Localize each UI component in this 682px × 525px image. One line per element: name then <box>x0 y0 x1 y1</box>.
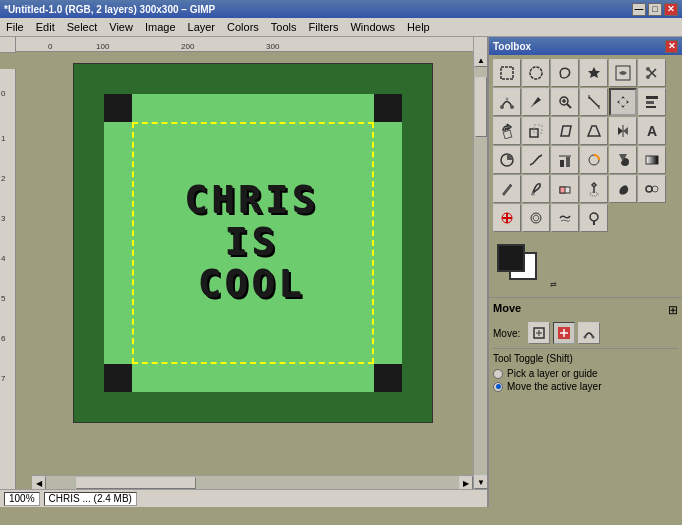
ink-btn[interactable] <box>609 175 637 203</box>
canvas-text-line2: IS COOL <box>163 222 342 306</box>
menu-windows[interactable]: Windows <box>344 19 401 35</box>
svg-point-34 <box>652 186 658 192</box>
text-tool-btn[interactable]: A <box>638 117 666 145</box>
measure-tool-btn[interactable] <box>580 88 608 116</box>
window-title: *Untitled-1.0 (RGB, 2 layers) 300x300 – … <box>4 4 215 15</box>
menu-filters[interactable]: Filters <box>303 19 345 35</box>
menu-view[interactable]: View <box>103 19 139 35</box>
hscroll[interactable]: ◀ ▶ <box>32 475 473 489</box>
radio-move-active[interactable] <box>493 382 503 392</box>
fuzzy-select-tool[interactable] <box>580 59 608 87</box>
menu-tools[interactable]: Tools <box>265 19 303 35</box>
radio-pick-layer[interactable] <box>493 369 503 379</box>
hue-saturation-btn[interactable] <box>580 146 608 174</box>
color-balance-btn[interactable] <box>493 146 521 174</box>
menu-help[interactable]: Help <box>401 19 436 35</box>
shear-tool-btn[interactable] <box>551 117 579 145</box>
scissors-select-tool[interactable] <box>638 59 666 87</box>
dodge-burn-btn[interactable] <box>580 204 608 232</box>
window-controls: — □ ✕ <box>632 3 678 16</box>
smudge-btn[interactable] <box>551 204 579 232</box>
convolve-btn[interactable] <box>522 204 550 232</box>
fg-color-swatch[interactable] <box>497 244 525 272</box>
toolbox-close-button[interactable]: ✕ <box>665 40 678 53</box>
main-area: 0 100 200 300 0 1 2 3 4 5 6 7 <box>0 37 682 507</box>
svg-point-33 <box>646 186 652 192</box>
vscroll-thumb[interactable] <box>475 77 487 137</box>
swap-colors-btn[interactable]: ⇄ <box>550 280 557 289</box>
align-tool-btn[interactable] <box>638 88 666 116</box>
tool-options-expand[interactable]: ⊞ <box>668 303 678 317</box>
corner-square-tr <box>374 94 402 122</box>
airbrush-btn[interactable] <box>580 175 608 203</box>
menu-select[interactable]: Select <box>61 19 104 35</box>
perspective-tool-btn[interactable] <box>580 117 608 145</box>
ruler-left: 0 1 2 3 4 5 6 7 <box>0 69 16 489</box>
minimize-button[interactable]: — <box>632 3 646 16</box>
paths-tool-btn[interactable] <box>493 88 521 116</box>
svg-rect-18 <box>503 130 512 139</box>
select-by-color-tool[interactable] <box>609 59 637 87</box>
hscroll-left-btn[interactable]: ◀ <box>32 476 46 489</box>
lasso-tool[interactable] <box>551 59 579 87</box>
rotate-tool-btn[interactable] <box>493 117 521 145</box>
paintbrush-btn[interactable] <box>522 175 550 203</box>
clone-btn[interactable] <box>638 175 666 203</box>
divider-1 <box>493 348 678 349</box>
zoom-tool-btn[interactable] <box>551 88 579 116</box>
eraser-btn[interactable] <box>551 175 579 203</box>
svg-rect-27 <box>646 156 658 164</box>
menu-colors[interactable]: Colors <box>221 19 265 35</box>
canvas-text-line1: CHRIS <box>163 180 342 222</box>
rect-select-tool[interactable] <box>493 59 521 87</box>
move-layer-icon-btn[interactable] <box>528 322 550 344</box>
ruler-top: 0 100 200 300 <box>16 37 473 52</box>
corner-square-bl <box>104 364 132 392</box>
svg-point-6 <box>510 105 514 109</box>
flip-tool-btn[interactable] <box>609 117 637 145</box>
levels-tool-btn[interactable] <box>551 146 579 174</box>
move-tool-btn[interactable] <box>609 88 637 116</box>
svg-line-9 <box>567 104 571 108</box>
svg-point-4 <box>646 75 650 79</box>
close-button[interactable]: ✕ <box>664 3 678 16</box>
vscroll-track[interactable] <box>474 67 487 475</box>
svg-rect-17 <box>646 106 656 108</box>
vscroll-up-btn[interactable]: ▲ <box>474 53 487 67</box>
hscroll-thumb[interactable] <box>76 477 196 489</box>
svg-rect-24 <box>566 157 570 167</box>
option-pick-layer[interactable]: Pick a layer or guide <box>493 368 678 379</box>
canvas-inner: CHRIS IS COOL <box>32 53 473 489</box>
svg-rect-31 <box>560 187 565 193</box>
menu-layer[interactable]: Layer <box>182 19 222 35</box>
hscroll-track[interactable] <box>46 476 459 489</box>
scale-tool-btn[interactable] <box>522 117 550 145</box>
move-selection-icon-btn[interactable] <box>553 322 575 344</box>
menu-file[interactable]: File <box>0 19 30 35</box>
move-type-icons <box>528 322 600 344</box>
corner-square-br <box>374 364 402 392</box>
color-picker-tool[interactable] <box>522 88 550 116</box>
canvas-scroll-area[interactable]: CHRIS IS COOL ◀ ▶ <box>32 53 473 489</box>
curves-tool-btn[interactable] <box>522 146 550 174</box>
vscroll[interactable]: ▲ ▼ <box>473 53 487 489</box>
blend-tool-btn[interactable] <box>638 146 666 174</box>
heal-btn[interactable] <box>493 204 521 232</box>
status-info: CHRIS ... (2.4 MB) <box>44 492 137 506</box>
tool-grid: A <box>489 55 682 236</box>
option-move-active[interactable]: Move the active layer <box>493 381 678 392</box>
bucket-fill-btn[interactable] <box>609 146 637 174</box>
toolbox-title-bar: Toolbox ✕ <box>489 37 682 55</box>
ellipse-select-tool[interactable] <box>522 59 550 87</box>
move-path-icon-btn[interactable] <box>578 322 600 344</box>
color-swatches: ⇄ <box>489 236 682 297</box>
tool-toggle-label: Tool Toggle (Shift) <box>493 353 678 364</box>
pencil-tool-btn[interactable] <box>493 175 521 203</box>
menu-image[interactable]: Image <box>139 19 182 35</box>
svg-point-43 <box>592 336 595 339</box>
maximize-button[interactable]: □ <box>648 3 662 16</box>
hscroll-right-btn[interactable]: ▶ <box>459 476 473 489</box>
vscroll-down-btn[interactable]: ▼ <box>474 475 487 489</box>
svg-rect-23 <box>560 160 564 167</box>
menu-edit[interactable]: Edit <box>30 19 61 35</box>
